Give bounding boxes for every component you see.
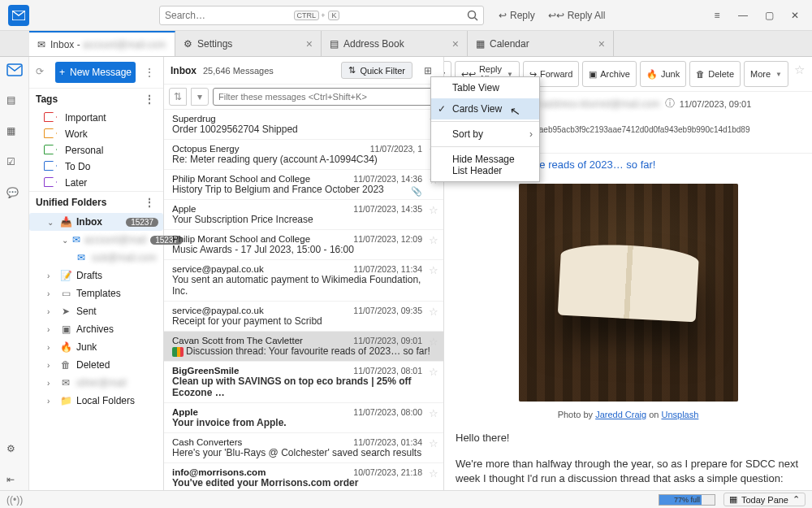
folder-subaccount[interactable]: ✉sub@mail.com [29, 249, 163, 267]
message-row[interactable]: Cavan Scott from The CavletterDiscussion… [164, 332, 443, 362]
minimize-button[interactable]: — [731, 5, 755, 26]
rail-settings-icon[interactable]: ⚙ [6, 443, 23, 459]
search-input[interactable] [165, 10, 292, 21]
message-count: 25,646 Messages [203, 66, 274, 76]
more-icon[interactable]: ⋮ [142, 93, 157, 105]
star-icon[interactable]: ☆ [429, 204, 438, 216]
chevron-right-icon[interactable]: › [47, 397, 55, 406]
chevron-right-icon[interactable]: › [47, 325, 55, 334]
rail-address-icon[interactable]: ▤ [6, 94, 23, 111]
message-row[interactable]: Octopus EnergyRe: Meter reading query (a… [164, 140, 443, 170]
folder-external[interactable]: ›✉other@mail [29, 374, 163, 392]
view-options-menu: Table View Cards View Sort by Hide Messa… [430, 76, 540, 182]
chevron-down-icon[interactable]: ⌄ [62, 236, 68, 245]
titlebar-reply-button[interactable]: ↩ Reply [492, 5, 542, 26]
star-icon[interactable]: ☆ [429, 336, 438, 348]
folder-local[interactable]: ›📁Local Folders [29, 392, 163, 410]
folder-templates[interactable]: ›▭Templates [29, 284, 163, 302]
more-icon[interactable]: ⋮ [142, 67, 157, 78]
chevron-right-icon[interactable]: › [47, 307, 55, 316]
chevron-right-icon[interactable]: › [47, 289, 55, 298]
star-icon[interactable]: ☆ [429, 306, 438, 318]
rail-mail-icon[interactable] [6, 63, 23, 80]
tab-inbox[interactable]: ✉ Inbox - account@mail.com [29, 31, 175, 56]
message-row[interactable]: AppleYour Subscription Price Increase11/… [164, 200, 443, 230]
more-button[interactable]: More▼ [744, 61, 788, 87]
close-icon[interactable]: × [306, 37, 313, 50]
folder-archives[interactable]: ›▣Archives [29, 320, 163, 338]
folder-sent[interactable]: ›➤Sent [29, 302, 163, 320]
close-button[interactable]: ✕ [783, 5, 807, 26]
chevron-down-icon[interactable]: ▼ [775, 71, 782, 78]
maximize-button[interactable]: ▢ [757, 5, 781, 26]
tag-item[interactable]: Personal [29, 142, 163, 158]
delete-button[interactable]: 🗑Delete [689, 61, 741, 87]
new-message-button[interactable]: + New Message [55, 62, 136, 83]
star-icon[interactable]: ☆ [429, 437, 438, 449]
message-row[interactable]: BigGreenSmileClean up with SAVINGS on to… [164, 362, 443, 403]
star-icon[interactable]: ☆ [429, 234, 438, 246]
menu-sort-by[interactable]: Sort by [431, 124, 539, 145]
filter-input[interactable] [213, 88, 438, 106]
photo-credit-link[interactable]: Jaredd Craig [595, 410, 646, 419]
menu-icon[interactable]: ≡ [705, 5, 729, 26]
chevron-right-icon[interactable]: › [47, 271, 55, 280]
message-subject: Discussion thread: Your favourite reads … [172, 345, 435, 357]
titlebar-reply-all-button[interactable]: ↩↩ Reply All [542, 5, 612, 26]
close-icon[interactable]: × [598, 37, 605, 50]
message-row[interactable]: service@paypal.co.uk You sent an automat… [164, 260, 443, 302]
filter-toggle[interactable]: ⇅ [169, 88, 187, 106]
star-icon[interactable]: ☆ [429, 407, 438, 419]
tags-header: Tags ⋮ [29, 89, 163, 110]
photo-site-link[interactable]: Unsplash [661, 410, 698, 419]
menu-table-view[interactable]: Table View [431, 77, 539, 98]
chevron-down-icon[interactable]: ⌄ [47, 218, 55, 227]
rail-tasks-icon[interactable]: ☑ [6, 156, 23, 172]
folder-junk[interactable]: ›🔥Junk [29, 338, 163, 356]
archive-button[interactable]: ▣Archive [582, 61, 637, 87]
tab-settings[interactable]: ⚙ Settings × [175, 31, 322, 56]
tab-calendar[interactable]: ▦ Calendar × [468, 31, 614, 56]
today-pane-toggle[interactable]: ▦ Today Pane ⌃ [723, 493, 806, 506]
message-row[interactable]: AppleYour invoice from Apple.11/07/2023,… [164, 403, 443, 433]
chevron-right-icon[interactable]: › [47, 379, 55, 388]
list-options-button[interactable]: ⊞ [419, 65, 437, 76]
folder-drafts[interactable]: ›📝Drafts [29, 267, 163, 284]
folder-account[interactable]: ⌄✉account@mail15237 [29, 231, 163, 249]
close-icon[interactable]: × [452, 37, 459, 50]
star-icon[interactable]: ☆ [429, 366, 438, 378]
star-icon[interactable]: ☆ [429, 467, 438, 480]
more-icon[interactable]: ⋮ [142, 197, 157, 208]
rail-chat-icon[interactable]: 💬 [6, 187, 23, 203]
search-icon[interactable] [467, 10, 478, 21]
rail-calendar-icon[interactable]: ▦ [6, 125, 23, 141]
folder-deleted[interactable]: ›🗑Deleted [29, 356, 163, 374]
filter-dropdown[interactable]: ▾ [191, 88, 209, 106]
rail-collapse-icon[interactable]: ⇤ [6, 474, 23, 490]
message-row[interactable]: service@paypal.co.uk Receipt for your pa… [164, 302, 443, 332]
tag-item[interactable]: To Do [29, 158, 163, 175]
message-row[interactable]: Philip Morant School and CollegeMusic Aw… [164, 230, 443, 260]
folder-inbox[interactable]: ⌄📥Inbox15237 [29, 213, 163, 231]
menu-cards-view[interactable]: Cards View [431, 98, 539, 119]
message-row[interactable]: info@morrisons.comYou've edited your Mor… [164, 463, 443, 490]
junk-button[interactable]: 🔥Junk [640, 61, 686, 87]
global-search[interactable]: CTRL + K [159, 6, 484, 25]
tag-icon [44, 177, 58, 189]
chevron-right-icon[interactable]: › [47, 361, 55, 370]
get-messages-icon[interactable]: ⟳ [36, 66, 49, 79]
chevron-right-icon[interactable]: › [47, 343, 55, 352]
tab-address-book[interactable]: ▤ Address Book × [322, 31, 468, 56]
quick-filter-button[interactable]: ⇅ Quick Filter [341, 62, 412, 79]
message-row[interactable]: Philip Morant School and CollegeHistory … [164, 170, 443, 200]
star-icon[interactable]: ☆ [429, 264, 438, 276]
chevron-up-icon: ⌃ [793, 494, 800, 505]
tag-item[interactable]: Later [29, 175, 163, 191]
star-icon[interactable]: ☆ [792, 61, 807, 87]
menu-hide-header[interactable]: Hide Message List Header [431, 149, 539, 181]
contact-icon[interactable]: ⓘ [665, 97, 675, 111]
message-row[interactable]: SuperdrugOrder 10029562704 Shipped☆ [164, 110, 443, 140]
tag-item[interactable]: Important [29, 110, 163, 126]
message-row[interactable]: Cash ConvertersHere's your 'Blu-Rays @ C… [164, 433, 443, 463]
tag-item[interactable]: Work [29, 126, 163, 142]
